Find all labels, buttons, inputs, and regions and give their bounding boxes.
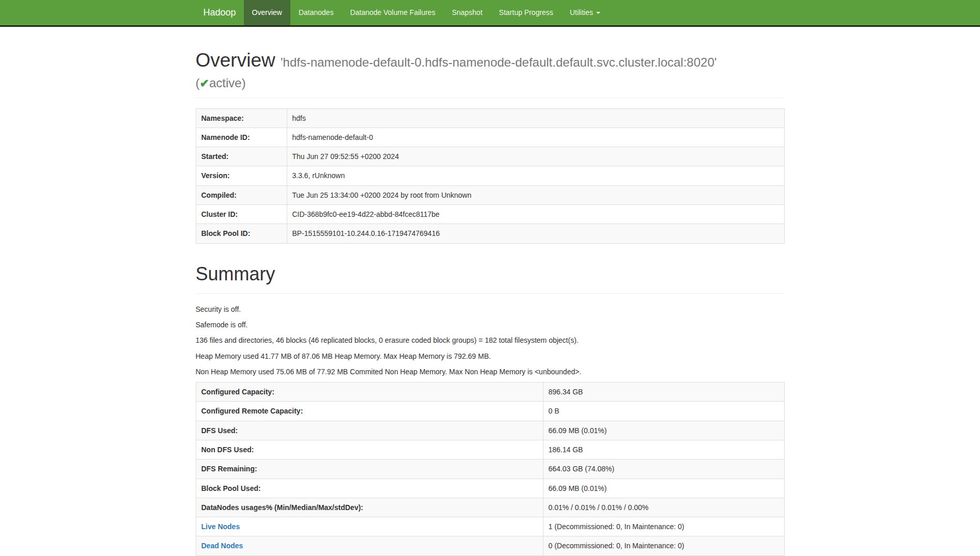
- table-row: Started:Thu Jun 27 09:52:55 +0200 2024: [196, 147, 784, 166]
- namenode-status: (✔active): [196, 77, 785, 89]
- row-label: Live Nodes: [196, 517, 543, 536]
- table-row: Block Pool Used:66.09 MB (0.01%): [196, 479, 784, 498]
- row-value: 66.09 MB (0.01%): [543, 421, 784, 440]
- table-row: Block Pool ID:BP-1515559101-10.244.0.16-…: [196, 224, 784, 243]
- table-row: Non DFS Used:186.14 GB: [196, 440, 784, 459]
- summary-paragraph: Safemode is off.: [196, 320, 785, 330]
- nav-item-snapshot[interactable]: Snapshot: [444, 0, 491, 25]
- table-row: Live Nodes1 (Decommissioned: 0, In Maint…: [196, 517, 784, 536]
- summary-paragraph: 136 files and directories, 46 blocks (46…: [196, 335, 785, 345]
- dead-nodes-link[interactable]: Dead Nodes: [201, 542, 243, 550]
- page-title-line: Overview 'hdfs-namenode-default-0.hdfs-n…: [196, 50, 717, 71]
- page-title: Overview: [196, 50, 275, 71]
- status-text: active: [209, 76, 242, 90]
- namenode-address: 'hdfs-namenode-default-0.hdfs-namenode-d…: [281, 55, 717, 69]
- check-icon: ✔: [200, 77, 209, 90]
- table-row: Compiled:Tue Jun 25 13:34:00 +0200 2024 …: [196, 185, 784, 204]
- nav-item-label: Overview: [252, 8, 282, 18]
- header-divider: [196, 98, 785, 98]
- nav-item-startup-progress[interactable]: Startup Progress: [491, 0, 562, 25]
- row-label: Dead Nodes: [196, 536, 543, 555]
- table-row: DFS Remaining:664.03 GB (74.08%): [196, 459, 784, 479]
- table-row: DFS Used:66.09 MB (0.01%): [196, 421, 784, 440]
- row-label: Version:: [196, 166, 287, 185]
- summary-paragraph: Security is off.: [196, 304, 785, 314]
- row-label: Cluster ID:: [196, 205, 287, 224]
- status-close-paren: ): [242, 76, 246, 90]
- row-value: hdfs: [287, 108, 784, 128]
- row-value: 1 (Decommissioned: 0, In Maintenance: 0): [543, 517, 784, 536]
- navbar-container: Hadoop OverviewDatanodesDatanode Volume …: [196, 0, 785, 25]
- row-label: Compiled:: [196, 185, 287, 204]
- status-open-paren: (: [196, 76, 200, 90]
- row-label: DFS Used:: [196, 421, 543, 440]
- top-navbar: Hadoop OverviewDatanodesDatanode Volume …: [0, 0, 980, 27]
- nav-item-utilities[interactable]: Utilities: [562, 0, 609, 25]
- nav-item-label: Startup Progress: [499, 8, 553, 18]
- row-label: Started:: [196, 147, 287, 166]
- row-value: 0.01% / 0.01% / 0.01% / 0.00%: [543, 498, 784, 517]
- table-row: DataNodes usages% (Min/Median/Max/stdDev…: [196, 498, 784, 517]
- row-value: 186.14 GB: [543, 440, 784, 459]
- table-row: Dead Nodes0 (Decommissioned: 0, In Maint…: [196, 536, 784, 555]
- summary-paragraphs: Security is off.Safemode is off.136 file…: [196, 304, 785, 377]
- row-label: DataNodes usages% (Min/Median/Max/stdDev…: [196, 498, 543, 517]
- row-label: Block Pool Used:: [196, 479, 543, 498]
- row-label: Configured Remote Capacity:: [196, 402, 543, 421]
- row-value: Thu Jun 27 09:52:55 +0200 2024: [287, 147, 784, 166]
- summary-heading: Summary: [196, 263, 785, 285]
- summary-table: Configured Capacity:896.34 GBConfigured …: [196, 382, 785, 556]
- page-header: Overview 'hdfs-namenode-default-0.hdfs-n…: [196, 50, 785, 89]
- table-row: Configured Capacity:896.34 GB: [196, 383, 784, 402]
- nav-item-datanode-volume-failures[interactable]: Datanode Volume Failures: [342, 0, 444, 25]
- row-value: 66.09 MB (0.01%): [543, 479, 784, 498]
- row-value: hdfs-namenode-default-0: [287, 128, 784, 147]
- nav-item-label: Snapshot: [452, 8, 483, 18]
- table-row: Namenode ID:hdfs-namenode-default-0: [196, 128, 784, 147]
- cluster-info-table: Namespace:hdfsNamenode ID:hdfs-namenode-…: [196, 108, 785, 244]
- row-label: Namespace:: [196, 108, 287, 128]
- summary-paragraph: Heap Memory used 41.77 MB of 87.06 MB He…: [196, 351, 785, 361]
- summary-divider: [196, 293, 785, 294]
- nav-item-overview[interactable]: Overview: [244, 0, 290, 25]
- row-label: DFS Remaining:: [196, 459, 543, 479]
- row-value: 664.03 GB (74.08%): [543, 459, 784, 479]
- row-value: BP-1515559101-10.244.0.16-1719474769416: [287, 224, 784, 243]
- row-value: CID-368b9fc0-ee19-4d22-abbd-84fcec8117be: [287, 205, 784, 224]
- summary-paragraph: Non Heap Memory used 75.06 MB of 77.92 M…: [196, 367, 785, 377]
- live-nodes-link[interactable]: Live Nodes: [201, 522, 240, 531]
- nav-item-label: Utilities: [570, 8, 593, 18]
- table-row: Version:3.3.6, rUnknown: [196, 166, 784, 185]
- row-value: 0 (Decommissioned: 0, In Maintenance: 0): [543, 536, 784, 555]
- row-label: Configured Capacity:: [196, 383, 543, 402]
- table-row: Cluster ID:CID-368b9fc0-ee19-4d22-abbd-8…: [196, 205, 784, 224]
- brand-link[interactable]: Hadoop: [196, 0, 244, 25]
- nav-item-label: Datanodes: [299, 8, 334, 18]
- row-label: Non DFS Used:: [196, 440, 543, 459]
- row-label: Block Pool ID:: [196, 224, 287, 243]
- nav-menu: OverviewDatanodesDatanode Volume Failure…: [244, 0, 609, 25]
- nav-item-label: Datanode Volume Failures: [350, 8, 435, 18]
- chevron-down-icon: [596, 12, 600, 14]
- row-value: 896.34 GB: [543, 383, 784, 402]
- row-value: 3.3.6, rUnknown: [287, 166, 784, 185]
- page-content: Overview 'hdfs-namenode-default-0.hdfs-n…: [196, 50, 785, 556]
- row-value: Tue Jun 25 13:34:00 +0200 2024 by root f…: [287, 185, 784, 204]
- table-row: Namespace:hdfs: [196, 108, 784, 128]
- table-row: Configured Remote Capacity:0 B: [196, 402, 784, 421]
- row-label: Namenode ID:: [196, 128, 287, 147]
- row-value: 0 B: [543, 402, 784, 421]
- nav-item-datanodes[interactable]: Datanodes: [290, 0, 342, 25]
